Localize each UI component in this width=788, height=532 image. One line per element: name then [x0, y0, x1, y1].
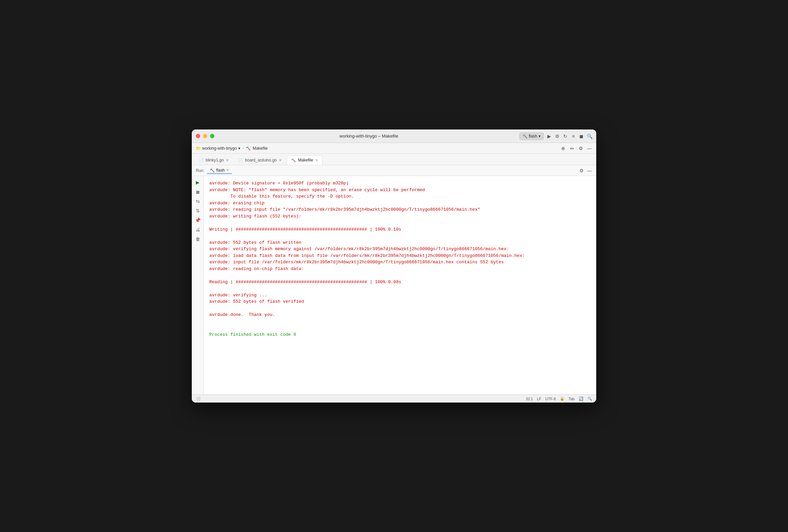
window-title: working-with-tinygo – Makefile [218, 134, 519, 139]
tab-makefile-label: Makefile [298, 158, 313, 162]
tab-makefile-close[interactable]: ✕ [315, 158, 318, 162]
main-window: working-with-tinygo – Makefile 🔨 flash ▾… [192, 130, 596, 402]
add-config-icon[interactable]: ⊕ [560, 146, 566, 151]
settings-icon[interactable]: ⚙ [578, 146, 584, 151]
debug-button[interactable]: ⚙ [554, 134, 560, 139]
indent-type[interactable]: Tab [569, 397, 575, 401]
console-line-9 [209, 233, 591, 239]
console-line-24: Process finished with exit code 0 [209, 331, 591, 338]
sidebar-wrap-icon[interactable]: ⇆ [194, 198, 201, 205]
console-line-13: avrdude: input file /var/folders/mk/r8k2… [209, 259, 591, 266]
stop-button[interactable]: ◼ [579, 134, 584, 139]
run-bar: Run: 🔨 flash ✕ ⚙ — [192, 165, 596, 176]
sidebar-filter-icon[interactable]: ⇅ [194, 207, 201, 214]
console-line-22 [209, 318, 591, 325]
window-controls [196, 134, 214, 138]
breadcrumb-separator: › [242, 146, 244, 151]
run-button[interactable]: ▶ [546, 134, 552, 139]
more-button[interactable]: ≡ [571, 134, 576, 139]
run-flash-icon: 🔨 [210, 168, 215, 173]
main-content: ▶ ◼ ⇆ ⇅ 📌 🖨 🗑 avrdude: Device signature … [192, 176, 596, 394]
hammer-icon: 🔨 [523, 134, 528, 139]
flash-dropdown[interactable]: 🔨 flash ▾ [519, 133, 544, 140]
sync-icon: 🔄 [579, 396, 584, 401]
run-flash-tab[interactable]: 🔨 flash ✕ [207, 167, 232, 174]
console-line-8: Writing | ##############################… [209, 226, 591, 233]
console-line-7 [209, 219, 591, 226]
tab-blinky1[interactable]: 📄 blinky1.go ✕ [195, 155, 233, 165]
cursor-position: 32:1 [526, 397, 533, 401]
blinky1-icon: 📄 [199, 158, 203, 162]
encoding[interactable]: UTF-8 [545, 397, 556, 401]
project-icon: 📁 [196, 146, 201, 151]
title-bar: working-with-tinygo – Makefile 🔨 flash ▾… [192, 130, 596, 143]
console-line-11: avrdude: verifying flash memory against … [209, 246, 591, 253]
console-line-14: avrdude: reading on-chip flash data: [209, 266, 591, 272]
lock-icon: 🔒 [560, 396, 565, 401]
console-line-12: avrdude: load data flash data from input… [209, 253, 591, 259]
chevron-down-icon: ▾ [538, 134, 540, 139]
expand-icon[interactable]: ⬜ [196, 396, 200, 401]
run-label: Run: [196, 168, 204, 173]
console-line-17 [209, 285, 591, 292]
console-line-2: avrdude: NOTE: "flash" memory has been s… [209, 187, 591, 194]
status-right: 32:1 LF UTF-8 🔒 Tab 🔄 🔍 [526, 396, 592, 401]
sidebar-play-icon[interactable]: ▶ [194, 179, 201, 186]
tab-board-arduino-close[interactable]: ✕ [279, 158, 282, 162]
run-bar-actions: ⚙ — [579, 168, 592, 173]
console-line-4: avrdude: erasing chip [209, 200, 591, 207]
tab-blinky1-label: blinky1.go [205, 158, 224, 162]
title-right-actions: 🔨 flash ▾ ▶ ⚙ ↻ ≡ ◼ 🔍 [519, 133, 592, 140]
console-line-6: avrdude: writing flash (552 bytes): [209, 213, 591, 220]
tab-board-arduino-label: board_arduino.go [245, 158, 277, 162]
run-close-icon[interactable]: — [587, 168, 592, 173]
board-arduino-icon: 📄 [238, 158, 243, 162]
minimize-icon[interactable]: — [587, 146, 592, 151]
minimize-button[interactable] [203, 134, 207, 138]
console-line-10: avrdude: 552 bytes of flash written [209, 239, 591, 246]
project-button[interactable]: 📁 working-with-tinygo ▾ [196, 146, 240, 151]
breadcrumb-file: Makefile [253, 146, 268, 151]
maximize-button[interactable] [210, 134, 214, 138]
search-button[interactable]: 🔍 [587, 134, 592, 139]
reload-button[interactable]: ↻ [563, 134, 568, 139]
sidebar-print-icon[interactable]: 🖨 [194, 226, 201, 233]
left-sidebar: ▶ ◼ ⇆ ⇅ 📌 🖨 🗑 [192, 176, 204, 394]
console-output[interactable]: avrdude: Device signature = 0x1e950f (pr… [204, 176, 596, 394]
makefile-icon: 🔨 [246, 146, 251, 151]
line-ending[interactable]: LF [537, 397, 541, 401]
console-line-20 [209, 305, 591, 312]
breadcrumb-project: working-with-tinygo [202, 146, 237, 151]
status-bar: ⬜ 32:1 LF UTF-8 🔒 Tab 🔄 🔍 [192, 394, 596, 402]
status-left: ⬜ [196, 396, 200, 401]
console-line-1: avrdude: Device signature = 0x1e950f (pr… [209, 180, 591, 187]
console-line-21: avrdude done. Thank you. [209, 312, 591, 318]
console-line-23 [209, 325, 591, 331]
sidebar-stop-icon[interactable]: ◼ [194, 188, 201, 196]
tab-board-arduino[interactable]: 📄 board_arduino.go ✕ [234, 155, 286, 165]
tab-makefile[interactable]: 🔨 Makefile ✕ [287, 155, 322, 165]
run-flash-label: flash [216, 168, 224, 173]
console-line-19: avrdude: 552 bytes of flash verified [209, 298, 591, 305]
console-line-3: To disable this feature, specify the -D … [209, 193, 591, 200]
tab-blinky1-close[interactable]: ✕ [226, 158, 229, 162]
split-icon[interactable]: ⇔ [569, 146, 575, 151]
breadcrumb-bar: 📁 working-with-tinygo ▾ › 🔨 Makefile ⊕ ⇔… [192, 143, 596, 154]
run-flash-close[interactable]: ✕ [226, 168, 229, 172]
makefile-tab-icon: 🔨 [291, 158, 296, 162]
search-status-icon[interactable]: 🔍 [588, 396, 592, 401]
flash-dropdown-label: flash [529, 134, 537, 139]
breadcrumb-actions: ⊕ ⇔ ⚙ — [560, 146, 592, 151]
console-line-18: avrdude: verifying ... [209, 292, 591, 299]
console-line-16: Reading | ##############################… [209, 279, 591, 285]
sidebar-trash-icon[interactable]: 🗑 [194, 235, 201, 243]
run-settings-icon[interactable]: ⚙ [579, 168, 584, 173]
chevron-right-icon: ▾ [238, 146, 240, 151]
tabs-bar: 📄 blinky1.go ✕ 📄 board_arduino.go ✕ 🔨 Ma… [192, 154, 596, 165]
console-line-15 [209, 272, 591, 279]
sidebar-pin-icon[interactable]: 📌 [194, 216, 201, 224]
close-button[interactable] [196, 134, 200, 138]
console-line-5: avrdude: reading input file "/var/folder… [209, 206, 591, 213]
